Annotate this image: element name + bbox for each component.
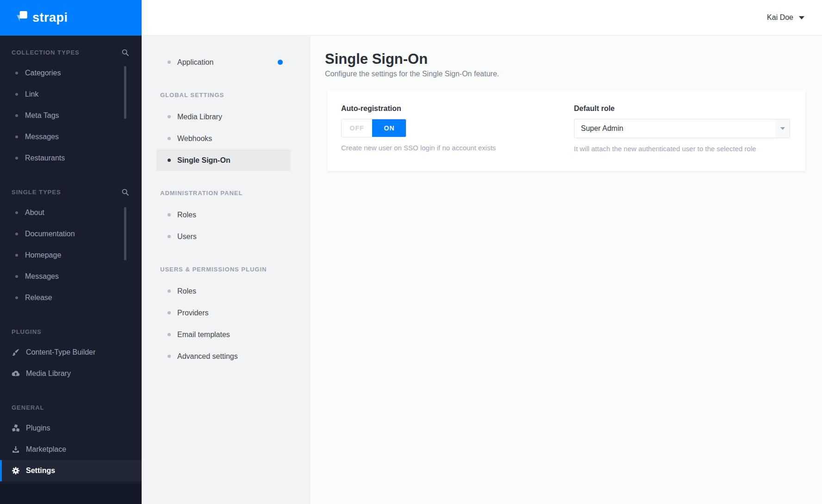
settings-item-single-sign-on[interactable]: Single Sign-On	[156, 149, 291, 171]
bullet-icon	[168, 213, 171, 216]
search-icon[interactable]	[122, 189, 129, 197]
bullet-icon	[15, 93, 18, 96]
main-sidebar: strapi COLLECTION TYPES Categories Link …	[0, 0, 142, 504]
bullet-icon	[15, 157, 18, 160]
bullet-icon	[168, 115, 171, 118]
section-plugins: PLUGINS Content-Type Builder Media Libra…	[0, 327, 142, 384]
bullet-icon	[15, 135, 18, 138]
chevron-down-icon	[799, 16, 804, 19]
search-icon[interactable]	[122, 49, 129, 57]
plugins-title: PLUGINS	[12, 328, 42, 335]
default-role-helper: It will attach the new authenticated use…	[574, 145, 790, 153]
users-permissions-title: USERS & PERMISSIONS PLUGIN	[142, 264, 310, 274]
section-collection-types: COLLECTION TYPES Categories Link Meta Ta…	[0, 48, 142, 169]
bullet-icon	[15, 233, 18, 235]
auto-registration-toggle[interactable]: OFF ON	[341, 119, 406, 137]
bullet-icon	[15, 72, 18, 74]
default-role-select[interactable]: Super Admin	[574, 119, 790, 138]
section-global-settings: GLOBAL SETTINGS Media Library Webhooks S…	[142, 90, 310, 171]
default-role-value: Super Admin	[574, 124, 623, 133]
bullet-icon	[168, 137, 171, 140]
strapi-logo[interactable]: strapi	[0, 0, 142, 36]
main-content: Single Sign-On Configure the settings fo…	[310, 36, 822, 504]
settings-sidebar: Application GLOBAL SETTINGS Media Librar…	[142, 36, 310, 504]
sidebar-item-homepage[interactable]: Homepage	[0, 245, 142, 266]
sidebar-item-marketplace[interactable]: Marketplace	[0, 439, 142, 460]
sidebar-item-meta-tags[interactable]: Meta Tags	[0, 105, 142, 126]
settings-item-admin-users[interactable]: Users	[156, 226, 291, 247]
default-role-label: Default role	[574, 104, 790, 113]
bullet-icon	[168, 311, 171, 314]
notification-dot	[278, 60, 283, 65]
global-settings-title: GLOBAL SETTINGS	[142, 90, 310, 99]
settings-item-advanced-settings[interactable]: Advanced settings	[156, 345, 291, 367]
settings-item-providers[interactable]: Providers	[156, 302, 291, 324]
sidebar-item-messages-single[interactable]: Messages	[0, 266, 142, 287]
sidebar-scrollbar[interactable]	[124, 66, 126, 119]
sidebar-item-restaurants[interactable]: Restaurants	[0, 148, 142, 169]
auto-registration-helper: Create new user on SSO login if no accou…	[341, 144, 557, 152]
bullet-icon	[168, 61, 171, 64]
top-header: Kai Doe	[142, 0, 822, 36]
sidebar-item-messages[interactable]: Messages	[0, 126, 142, 148]
chevron-down-icon	[780, 127, 785, 130]
settings-item-up-roles[interactable]: Roles	[156, 280, 291, 302]
auto-registration-field: Auto-registration OFF ON Create new user…	[341, 104, 557, 153]
select-arrow-zone[interactable]	[775, 119, 790, 138]
sidebar-item-about[interactable]: About	[0, 202, 142, 223]
cubes-icon	[12, 424, 20, 432]
page-title: Single Sign-On	[325, 51, 805, 67]
bullet-icon	[15, 211, 18, 214]
settings-item-webhooks[interactable]: Webhooks	[156, 128, 291, 149]
general-title: GENERAL	[12, 404, 44, 411]
bullet-icon	[15, 275, 18, 278]
brand-name: strapi	[32, 11, 68, 25]
strapi-logo-icon	[16, 11, 28, 25]
paintbrush-icon	[12, 349, 20, 356]
sidebar-item-documentation[interactable]: Documentation	[0, 223, 142, 245]
section-users-permissions: USERS & PERMISSIONS PLUGIN Roles Provide…	[142, 264, 310, 367]
download-icon	[12, 446, 20, 453]
bullet-icon	[168, 235, 171, 238]
bullet-icon	[168, 333, 171, 336]
gear-icon	[12, 467, 20, 474]
toggle-off-button[interactable]: OFF	[342, 119, 372, 137]
bullet-icon	[168, 159, 171, 162]
settings-item-application[interactable]: Application	[156, 51, 291, 73]
cloud-upload-icon	[12, 370, 20, 377]
single-types-title: SINGLE TYPES	[12, 189, 61, 196]
sso-settings-card: Auto-registration OFF ON Create new user…	[327, 90, 805, 171]
toggle-on-button[interactable]: ON	[372, 119, 406, 137]
auto-registration-label: Auto-registration	[341, 104, 557, 113]
collection-types-title: COLLECTION TYPES	[12, 49, 80, 56]
section-administration-panel: ADMINISTRATION PANEL Roles Users	[142, 188, 310, 247]
sidebar-item-content-type-builder[interactable]: Content-Type Builder	[0, 342, 142, 363]
sidebar-item-categories[interactable]: Categories	[0, 62, 142, 84]
settings-item-admin-roles[interactable]: Roles	[156, 204, 291, 226]
bullet-icon	[15, 254, 18, 257]
sidebar-item-plugins[interactable]: Plugins	[0, 418, 142, 439]
settings-item-email-templates[interactable]: Email templates	[156, 324, 291, 345]
bullet-icon	[15, 114, 18, 117]
bullet-icon	[15, 296, 18, 299]
bullet-icon	[168, 289, 171, 293]
sidebar-footer	[0, 484, 142, 504]
sidebar-item-media-library[interactable]: Media Library	[0, 363, 142, 384]
sidebar-item-link[interactable]: Link	[0, 84, 142, 105]
sidebar-item-release[interactable]: Release	[0, 287, 142, 308]
section-general: GENERAL Plugins Marketplace	[0, 403, 142, 481]
default-role-field: Default role Super Admin It will attach …	[574, 104, 790, 153]
section-single-types: SINGLE TYPES About Documentation Homepag…	[0, 187, 142, 308]
sidebar-scrollbar[interactable]	[124, 207, 126, 260]
user-name: Kai Doe	[767, 13, 793, 22]
bullet-icon	[168, 355, 171, 358]
sidebar-item-settings[interactable]: Settings	[0, 460, 142, 481]
administration-panel-title: ADMINISTRATION PANEL	[142, 188, 310, 197]
page-subtitle: Configure the settings for the Single Si…	[325, 70, 805, 78]
settings-item-media-library[interactable]: Media Library	[156, 106, 291, 128]
user-menu[interactable]: Kai Doe	[767, 13, 804, 22]
